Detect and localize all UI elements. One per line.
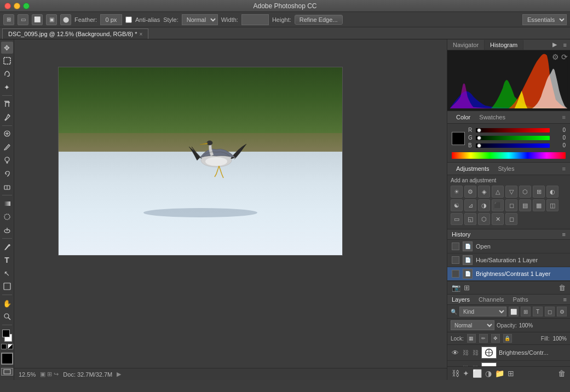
history-check-open[interactable] xyxy=(452,243,459,250)
brush-tool[interactable] xyxy=(1,141,13,153)
create-snapshot-icon[interactable]: 📷 xyxy=(452,284,460,292)
burn-tool[interactable] xyxy=(1,224,13,236)
workspace-select[interactable]: Essentials xyxy=(522,14,567,25)
histogram-settings-icon[interactable]: ⚙ xyxy=(552,53,559,61)
histogram-tab[interactable]: Histogram xyxy=(485,40,523,50)
lock-all-icon[interactable]: 🔒 xyxy=(503,334,512,343)
delete-history-icon[interactable]: 🗑 xyxy=(559,284,566,292)
posterize-icon[interactable]: ◻ xyxy=(505,199,517,211)
intersect-icon[interactable]: ⬤ xyxy=(60,14,71,25)
maximize-button[interactable] xyxy=(23,3,30,9)
document-tab[interactable]: DSC_0095.jpg @ 12.5% (Background, RGB/8)… xyxy=(2,28,148,39)
quick-mask-icon[interactable] xyxy=(1,353,13,365)
color-tab[interactable]: Color xyxy=(452,113,475,122)
swatches-tab[interactable]: Swatches xyxy=(475,113,510,122)
levels-icon[interactable]: ⚙ xyxy=(464,186,476,198)
adj-icon-13[interactable]: ◻ xyxy=(505,213,517,225)
marquee-rect-tool[interactable] xyxy=(1,55,13,67)
lasso-tool[interactable] xyxy=(1,68,13,80)
exposure-icon[interactable]: △ xyxy=(492,186,504,198)
layer-hue-saturation[interactable]: 👁 ⛓ ⛓ Hue/Saturation 1 xyxy=(447,361,570,366)
rect-select-icon[interactable]: ▭ xyxy=(18,14,28,25)
link-layers-button[interactable]: ⛓ xyxy=(452,369,459,378)
filter-shape-icon[interactable]: ◻ xyxy=(545,307,555,316)
adj-icon-9[interactable]: ▭ xyxy=(451,213,463,225)
color-balance-icon[interactable]: ⊞ xyxy=(533,186,545,198)
healing-tool[interactable] xyxy=(1,128,13,140)
photo-canvas[interactable] xyxy=(58,67,343,256)
brightness-contrast-icon[interactable]: ☀ xyxy=(451,186,463,198)
color-lookup-icon[interactable]: ◑ xyxy=(478,199,490,211)
adj-icon-12[interactable]: ✕ xyxy=(492,213,504,225)
channel-mixer-icon[interactable]: ⊿ xyxy=(464,199,476,211)
layer-visibility-brightness[interactable]: 👁 xyxy=(451,348,459,357)
screen-mode-icon[interactable] xyxy=(1,368,13,376)
history-brush-tool[interactable] xyxy=(1,168,13,180)
adjustment-layer-button[interactable]: ◑ xyxy=(485,369,492,378)
add-mask-button[interactable]: ⬜ xyxy=(473,369,482,378)
window-controls[interactable] xyxy=(4,3,30,9)
filter-smart-icon[interactable]: ⚙ xyxy=(557,307,567,316)
delete-layer-button[interactable]: 🗑 xyxy=(558,369,566,378)
layer-chain-brightness[interactable]: ⛓ xyxy=(471,349,479,356)
vibrance-icon[interactable]: ▽ xyxy=(505,186,517,198)
gradient-map-icon[interactable]: ▦ xyxy=(533,199,545,211)
blue-slider-thumb[interactable] xyxy=(477,143,481,148)
paths-tab[interactable]: Paths xyxy=(509,295,533,304)
shape-tool[interactable] xyxy=(1,280,13,292)
fixed-size-icon[interactable]: ▣ xyxy=(46,14,57,25)
layer-link-brightness[interactable]: ⛓ xyxy=(462,349,469,356)
fixed-ratio-icon[interactable]: ⬜ xyxy=(32,14,43,25)
anti-alias-checkbox[interactable] xyxy=(125,16,132,23)
hand-tool[interactable]: ✋ xyxy=(1,297,13,309)
navigator-tab[interactable]: Navigator xyxy=(447,40,485,50)
blend-mode-select[interactable]: Normal xyxy=(451,320,494,330)
path-select-tool[interactable]: ↖ xyxy=(1,267,13,279)
red-slider-track[interactable] xyxy=(476,128,550,132)
filter-pixel-icon[interactable]: ⬜ xyxy=(509,307,519,316)
minimize-button[interactable] xyxy=(14,3,20,9)
panel-arrow[interactable]: ▶ xyxy=(549,39,560,50)
clone-stamp-tool[interactable] xyxy=(1,154,13,166)
adj-icon-10[interactable]: ◱ xyxy=(464,213,476,225)
adjustments-menu[interactable]: ≡ xyxy=(562,165,566,172)
lock-position-icon[interactable]: ✥ xyxy=(491,334,500,343)
curves-icon[interactable]: ◈ xyxy=(478,186,490,198)
histogram-refresh-icon[interactable]: ⟳ xyxy=(561,53,568,61)
red-slider-thumb[interactable] xyxy=(477,128,481,132)
history-check-hue-sat[interactable] xyxy=(452,256,459,264)
type-tool[interactable]: T xyxy=(1,254,13,266)
refine-edge-button[interactable]: Refine Edge... xyxy=(295,15,343,25)
channels-tab[interactable]: Channels xyxy=(474,295,508,304)
green-slider-thumb[interactable] xyxy=(477,136,481,140)
history-item-hue-sat[interactable]: 📄 Hue/Saturation 1 Layer xyxy=(447,253,570,267)
styles-tab[interactable]: Styles xyxy=(494,164,519,173)
eraser-tool[interactable] xyxy=(1,181,13,193)
active-color-swatch[interactable] xyxy=(452,132,465,145)
history-collapse-icon[interactable]: ≡ xyxy=(562,231,566,238)
hue-sat-icon[interactable]: ⬡ xyxy=(519,186,531,198)
close-button[interactable] xyxy=(4,3,11,9)
adjustments-tab[interactable]: Adjustments xyxy=(452,164,494,173)
blur-tool[interactable] xyxy=(1,211,13,223)
group-layers-button[interactable]: 📁 xyxy=(495,369,504,378)
kind-select[interactable]: Kind xyxy=(459,307,506,316)
selective-color-icon[interactable]: ◫ xyxy=(546,199,559,211)
zoom-tool[interactable] xyxy=(1,310,13,322)
photo-filter-icon[interactable]: ☯ xyxy=(451,199,463,211)
panel-collapse-icon[interactable]: ≡ xyxy=(560,40,570,50)
swap-colors-icon[interactable] xyxy=(8,344,13,349)
blue-slider-track[interactable] xyxy=(476,143,550,148)
tool-preset-icon[interactable]: ⊞ xyxy=(3,14,14,25)
layer-brightness-contrast[interactable]: 👁 ⛓ ⛓ Brightness/Contr... xyxy=(447,345,570,361)
move-tool[interactable]: ✥ xyxy=(1,42,13,54)
feather-input[interactable] xyxy=(100,14,122,25)
green-slider-track[interactable] xyxy=(476,136,550,140)
color-spectrum[interactable] xyxy=(452,152,566,159)
width-input[interactable] xyxy=(241,14,269,25)
eyedropper-tool[interactable] xyxy=(1,111,13,123)
tab-close-button[interactable]: × xyxy=(140,31,143,37)
lock-transparent-icon[interactable]: ▦ xyxy=(467,334,476,343)
pen-tool[interactable] xyxy=(1,241,13,253)
style-select[interactable]: Normal xyxy=(182,14,218,25)
